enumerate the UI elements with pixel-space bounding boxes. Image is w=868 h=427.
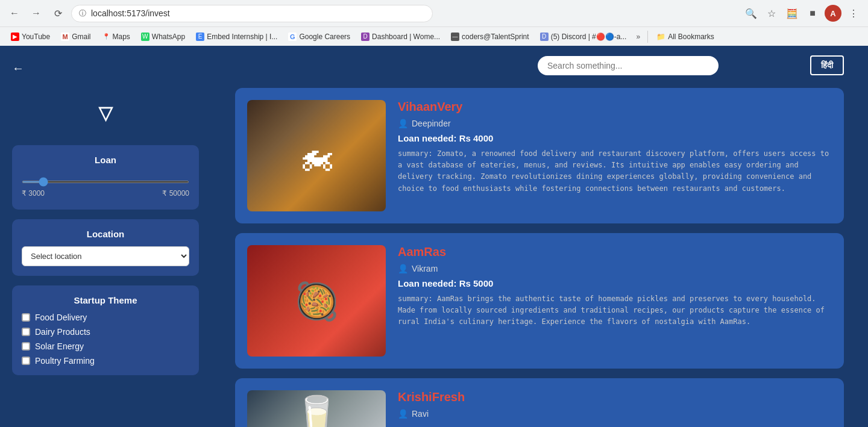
startup-content-vihaanvery: VihaanVery 👤 Deepinder Loan needed: Rs 4…	[398, 100, 832, 211]
bookmark-embed[interactable]: E Embed Internship | I...	[191, 31, 282, 43]
loan-max-label: ₹ 50000	[162, 189, 189, 198]
all-bookmarks-label: All Bookmarks	[668, 33, 714, 41]
bookmark-star-icon[interactable]: ☆	[763, 5, 780, 22]
bookmark-maps-label: Maps	[113, 33, 130, 41]
bookmark-google[interactable]: G Google Careers	[283, 31, 355, 43]
loan-filter-card: Loan ₹ 3000 ₹ 50000	[12, 145, 199, 210]
author-name-krishifresh: Ravi	[412, 409, 429, 419]
loan-min-label: ₹ 3000	[22, 189, 45, 198]
bookmark-discord[interactable]: D (5) Discord | #🔴🔵-a...	[535, 31, 632, 43]
startup-name-vihaanvery[interactable]: VihaanVery	[398, 100, 832, 114]
coders-icon: —	[451, 33, 459, 41]
person-icon-vihaanvery: 👤	[398, 119, 408, 128]
browser-toolbar: ← → ⟳ ⓘ localhost:5173/invest 🔍 ☆ 🧮 ■ A …	[0, 0, 868, 26]
profile-avatar[interactable]: A	[825, 5, 841, 22]
back-button[interactable]: ←	[12, 58, 199, 79]
author-name-vihaanvery: Deepinder	[412, 119, 451, 128]
startup-content-krishifresh: KrishiFresh 👤 Ravi	[398, 390, 832, 427]
bookmark-embed-label: Embed Internship | I...	[207, 33, 277, 41]
bookmark-dashboard[interactable]: D Dashboard | Wome...	[356, 31, 445, 43]
theme-item-food-delivery[interactable]: Food Delivery	[22, 313, 189, 322]
location-filter-card: Location Select location Mumbai Delhi Ba…	[12, 219, 199, 276]
poultry-farming-checkbox[interactable]	[22, 357, 30, 365]
startup-author-krishifresh: 👤 Ravi	[398, 409, 832, 419]
forward-button[interactable]: →	[28, 5, 45, 22]
sidebar: ← ▿ Loan ₹ 3000 ₹ 50000 Location Select …	[0, 46, 211, 427]
language-button[interactable]: हिंदी	[810, 55, 844, 75]
bookmark-coders-label: coders@TalentSprint	[462, 33, 529, 41]
theme-item-dairy-products[interactable]: Dairy Products	[22, 327, 189, 337]
folder-icon: 📁	[656, 33, 665, 41]
reload-button[interactable]: ⟳	[49, 5, 66, 22]
embed-icon: E	[196, 33, 204, 41]
bookmark-gmail-label: Gmail	[72, 33, 90, 41]
filter-icon-container: ▿	[12, 89, 199, 136]
dairy-products-checkbox[interactable]	[22, 328, 30, 336]
startup-summary-vihaanvery: summary: Zomato, a renowned food deliver…	[398, 148, 832, 195]
more-bookmarks-button[interactable]: »	[632, 31, 644, 43]
youtube-icon: ▶	[11, 33, 19, 41]
startup-card-vihaanvery: VihaanVery 👤 Deepinder Loan needed: Rs 4…	[235, 88, 844, 223]
startup-name-aamras[interactable]: AamRas	[398, 245, 832, 259]
person-icon-krishifresh: 👤	[398, 409, 408, 419]
bookmarks-divider	[647, 31, 648, 43]
startup-loan-vihaanvery: Loan needed: Rs 4000	[398, 133, 832, 143]
startup-card-krishifresh: KrishiFresh 👤 Ravi	[235, 378, 844, 427]
back-button[interactable]: ←	[6, 5, 23, 22]
bookmark-maps[interactable]: 📍 Maps	[97, 31, 135, 43]
startup-theme-filter-card: Startup Theme Food Delivery Dairy Produc…	[12, 285, 199, 375]
app-container: ← ▿ Loan ₹ 3000 ₹ 50000 Location Select …	[0, 46, 868, 427]
new-tab-icon[interactable]: ■	[804, 5, 821, 22]
gmail-icon: M	[61, 33, 69, 41]
location-dropdown[interactable]: Select location Mumbai Delhi Bangalore C…	[22, 246, 189, 266]
startup-author-vihaanvery: 👤 Deepinder	[398, 119, 832, 128]
search-input[interactable]	[538, 56, 719, 75]
theme-item-poultry-farming[interactable]: Poultry Farming	[22, 356, 189, 366]
bookmark-youtube[interactable]: ▶ YouTube	[6, 31, 55, 43]
author-name-aamras: Vikram	[412, 264, 438, 273]
person-icon-aamras: 👤	[398, 264, 408, 273]
bookmark-whatsapp[interactable]: W WhatsApp	[136, 31, 190, 43]
menu-icon[interactable]: ⋮	[845, 5, 862, 22]
dashboard-icon: D	[361, 33, 370, 41]
all-bookmarks-button[interactable]: 📁 All Bookmarks	[652, 31, 719, 43]
startup-name-krishifresh[interactable]: KrishiFresh	[398, 390, 832, 404]
startup-image-krishifresh	[247, 390, 386, 427]
startup-theme-title: Startup Theme	[22, 295, 189, 305]
theme-item-solar-energy[interactable]: Solar Energy	[22, 341, 189, 351]
bookmark-coders[interactable]: — coders@TalentSprint	[446, 31, 534, 43]
theme-list: Food Delivery Dairy Products Solar Energ…	[22, 313, 189, 366]
bookmark-gmail[interactable]: M Gmail	[56, 31, 95, 43]
startup-author-aamras: 👤 Vikram	[398, 264, 832, 273]
browser-chrome: ← → ⟳ ⓘ localhost:5173/invest 🔍 ☆ 🧮 ■ A …	[0, 0, 868, 46]
location-title: Location	[22, 229, 189, 239]
loan-range-slider[interactable]	[22, 181, 189, 183]
address-bar[interactable]: ⓘ localhost:5173/invest	[71, 5, 433, 22]
filter-funnel-icon: ▿	[98, 95, 113, 129]
main-content: VihaanVery 👤 Deepinder Loan needed: Rs 4…	[211, 46, 868, 427]
solar-energy-label: Solar Energy	[35, 341, 84, 351]
bookmark-youtube-label: YouTube	[22, 33, 50, 41]
startup-image-vihaanvery	[247, 100, 386, 211]
browser-right-icons: 🔍 ☆ 🧮 ■ A ⋮	[743, 5, 862, 22]
lock-icon: ⓘ	[79, 8, 86, 19]
loan-title: Loan	[22, 155, 189, 165]
solar-energy-checkbox[interactable]	[22, 342, 30, 351]
google-icon: G	[288, 33, 297, 41]
startup-content-aamras: AamRas 👤 Vikram Loan needed: Rs 5000 sum…	[398, 245, 832, 357]
bookmark-discord-label: (5) Discord | #🔴🔵-a...	[551, 33, 627, 41]
maps-icon: 📍	[102, 33, 110, 41]
poultry-farming-label: Poultry Farming	[35, 356, 95, 366]
extension-icon[interactable]: 🧮	[784, 5, 800, 22]
startup-summary-aamras: summary: AamRas brings the authentic tas…	[398, 293, 832, 328]
startup-image-aamras	[247, 245, 386, 357]
food-delivery-checkbox[interactable]	[22, 313, 30, 322]
dairy-products-label: Dairy Products	[35, 327, 90, 337]
bookmark-dashboard-label: Dashboard | Wome...	[372, 33, 440, 41]
discord-icon: D	[540, 33, 549, 41]
search-icon[interactable]: 🔍	[743, 5, 760, 22]
startup-loan-aamras: Loan needed: Rs 5000	[398, 278, 832, 288]
whatsapp-icon: W	[141, 33, 149, 41]
food-delivery-label: Food Delivery	[35, 313, 87, 322]
startup-card-aamras: AamRas 👤 Vikram Loan needed: Rs 5000 sum…	[235, 233, 844, 369]
